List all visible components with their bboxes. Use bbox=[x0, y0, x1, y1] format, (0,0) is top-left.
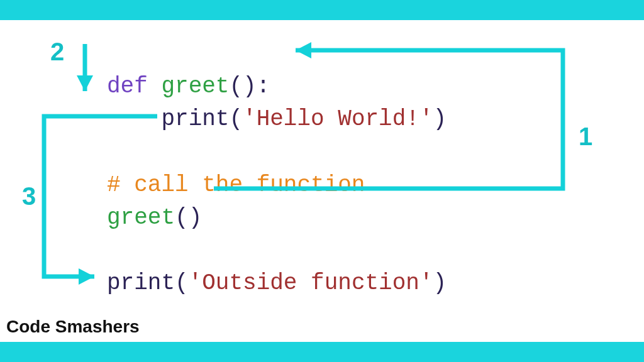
arrow-2-head bbox=[77, 75, 93, 91]
function-name: greet bbox=[161, 74, 229, 99]
call-greet: greet bbox=[107, 205, 175, 231]
step-label-2: 2 bbox=[50, 38, 64, 66]
call-print: print bbox=[107, 270, 175, 296]
code-line-7: print('Outside function') bbox=[107, 270, 447, 296]
string-literal: 'Hello World!' bbox=[243, 106, 433, 132]
parens: () bbox=[175, 205, 202, 231]
paren-close: ) bbox=[433, 270, 447, 296]
step-label-3: 3 bbox=[22, 182, 36, 211]
paren-close: ) bbox=[433, 106, 447, 132]
code-line-5: greet() bbox=[107, 205, 202, 231]
paren-open: ( bbox=[175, 270, 189, 296]
comment: # call the function bbox=[107, 172, 365, 198]
call-print: print bbox=[161, 106, 229, 132]
top-accent-bar bbox=[0, 0, 644, 20]
bottom-accent-bar bbox=[0, 342, 644, 362]
code-line-2: print('Hello World!') bbox=[107, 106, 447, 132]
arrow-3-head bbox=[79, 268, 94, 285]
paren-open: ( bbox=[229, 106, 243, 132]
code-block: def greet(): print('Hello World!') # cal… bbox=[107, 38, 447, 300]
string-literal: 'Outside function' bbox=[189, 270, 433, 296]
indent bbox=[107, 106, 161, 132]
footer-brand: Code Smashers bbox=[6, 317, 140, 337]
keyword-def: def bbox=[107, 74, 161, 99]
code-line-4: # call the function bbox=[107, 172, 365, 198]
code-line-1: def greet(): bbox=[107, 74, 270, 99]
parens: (): bbox=[229, 74, 270, 99]
step-label-1: 1 bbox=[579, 123, 592, 151]
